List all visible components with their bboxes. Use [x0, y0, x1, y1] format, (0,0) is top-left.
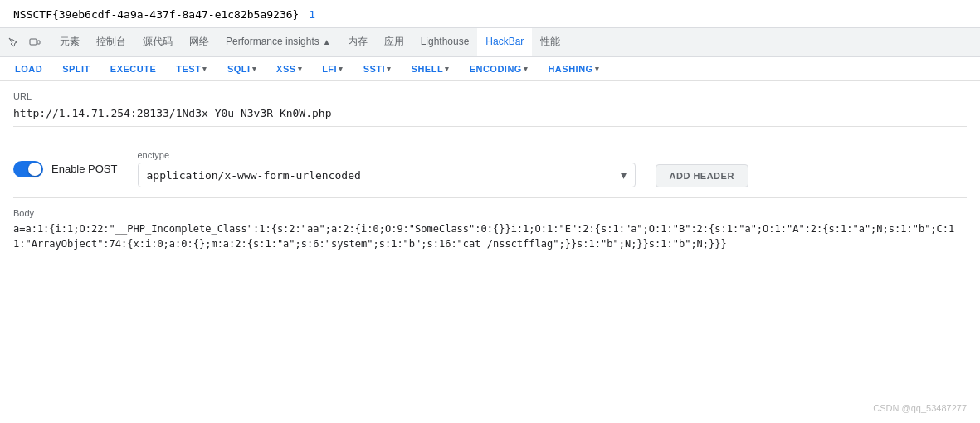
- flag-value: NSSCTF{39eb6cdf-4a9a-437f-8a47-e1c82b5a9…: [13, 8, 299, 21]
- url-value[interactable]: http://1.14.71.254:28133/1Nd3x_Y0u_N3v3R…: [13, 104, 967, 127]
- encoding-button[interactable]: ENCODING ▾: [461, 61, 537, 77]
- toggle-thumb: [28, 163, 41, 176]
- devtools-tabs: 元素 控制台 源代码 网络 Performance insights ▲ 内存 …: [0, 27, 980, 57]
- tab-performance-insights[interactable]: Performance insights ▲: [217, 27, 339, 57]
- tab-memory[interactable]: 内存: [339, 27, 376, 57]
- tab-lighthouse[interactable]: Lighthouse: [412, 27, 478, 57]
- split-button[interactable]: SPLIT: [54, 61, 99, 77]
- url-label: URL: [13, 91, 967, 101]
- enctype-label: enctype: [138, 150, 636, 160]
- tab-source[interactable]: 源代码: [134, 27, 181, 57]
- test-button[interactable]: TEST ▾: [168, 61, 216, 77]
- toggle-track: [13, 161, 43, 177]
- xss-button[interactable]: XSS ▾: [268, 61, 310, 77]
- top-content: NSSCTF{39eb6cdf-4a9a-437f-8a47-e1c82b5a9…: [0, 0, 980, 27]
- enctype-dropdown-arrow: ▾: [621, 168, 627, 182]
- sqli-button[interactable]: SQLI ▾: [219, 61, 265, 77]
- device-icon[interactable]: [25, 32, 45, 52]
- add-header-button[interactable]: ADD HEADER: [656, 164, 748, 187]
- post-section: Enable POST enctype application/x-www-fo…: [13, 140, 967, 198]
- tab-elements[interactable]: 元素: [51, 27, 88, 57]
- body-value[interactable]: a=a:1:{i:1;O:22:"__PHP_Incomplete_Class"…: [13, 221, 967, 251]
- svg-rect-1: [37, 41, 40, 44]
- tab-network[interactable]: 网络: [181, 27, 217, 57]
- flag-number: 1: [309, 8, 315, 21]
- body-label: Body: [13, 208, 967, 218]
- devtools-icon-group: [3, 32, 45, 52]
- ssti-button[interactable]: SSTI ▾: [355, 61, 400, 77]
- lfi-button[interactable]: LFI ▾: [314, 61, 352, 77]
- execute-button[interactable]: EXECUTE: [102, 61, 164, 77]
- inspect-icon[interactable]: [3, 32, 23, 52]
- body-section: Body a=a:1:{i:1;O:22:"__PHP_Incomplete_C…: [13, 198, 967, 251]
- toggle-label: Enable POST: [51, 163, 118, 175]
- tab-application[interactable]: 应用: [376, 27, 412, 57]
- sqli-dropdown-arrow: ▾: [252, 65, 257, 73]
- tab-console[interactable]: 控制台: [88, 27, 134, 57]
- flag-text: NSSCTF{39eb6cdf-4a9a-437f-8a47-e1c82b5a9…: [13, 8, 315, 21]
- enable-post-toggle[interactable]: [13, 161, 43, 177]
- ssti-dropdown-arrow: ▾: [387, 65, 392, 73]
- tab-hackbar[interactable]: HackBar: [477, 27, 532, 57]
- encoding-dropdown-arrow: ▾: [524, 65, 529, 73]
- shell-dropdown-arrow: ▾: [445, 65, 450, 73]
- main-content: URL http://1.14.71.254:28133/1Nd3x_Y0u_N…: [0, 81, 980, 261]
- lfi-dropdown-arrow: ▾: [339, 65, 344, 73]
- hashing-dropdown-arrow: ▾: [595, 65, 600, 73]
- hackbar-toolbar: LOAD SPLIT EXECUTE TEST ▾ SQLI ▾ XSS ▾ L…: [0, 57, 980, 81]
- toggle-container: Enable POST: [13, 161, 118, 177]
- xss-dropdown-arrow: ▾: [298, 65, 303, 73]
- test-dropdown-arrow: ▾: [202, 65, 207, 73]
- enctype-value: application/x-www-form-urlencoded: [147, 169, 621, 182]
- tab-performance[interactable]: 性能: [532, 27, 568, 57]
- performance-insights-icon: ▲: [323, 37, 331, 46]
- load-button[interactable]: LOAD: [7, 61, 51, 77]
- enctype-select[interactable]: application/x-www-form-urlencoded ▾: [138, 163, 636, 187]
- url-section: URL http://1.14.71.254:28133/1Nd3x_Y0u_N…: [13, 91, 967, 127]
- enctype-section: enctype application/x-www-form-urlencode…: [138, 150, 636, 187]
- hashing-button[interactable]: HASHING ▾: [539, 61, 607, 77]
- svg-rect-0: [30, 39, 37, 45]
- shell-button[interactable]: SHELL ▾: [403, 61, 458, 77]
